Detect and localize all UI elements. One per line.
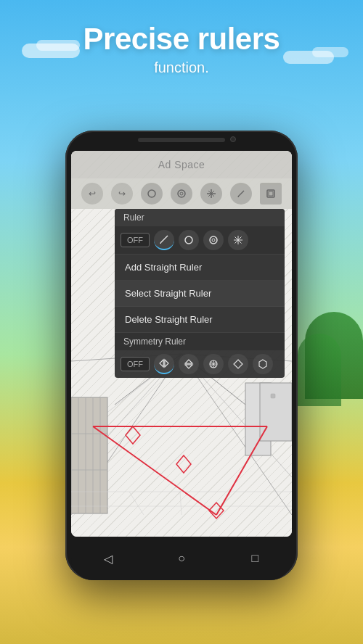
add-straight-ruler-item[interactable]: Add Straight Ruler <box>115 255 285 281</box>
svg-marker-55 <box>165 360 168 367</box>
ad-space-bar: Ad Space <box>71 151 292 178</box>
hex-symmetry-icon[interactable] <box>253 354 273 374</box>
ad-space-text: Ad Space <box>158 159 205 170</box>
svg-rect-18 <box>271 394 275 398</box>
svg-marker-66 <box>259 360 266 368</box>
tree-right-2 <box>298 334 341 406</box>
sub-title: function. <box>0 59 363 76</box>
svg-marker-65 <box>234 360 242 368</box>
title-area: Precise rulers function. <box>0 22 363 76</box>
ruler-icons-row: OFF <box>115 226 285 255</box>
toolbar-btn-4[interactable] <box>171 183 192 205</box>
horizontal-symmetry-icon[interactable] <box>179 354 199 374</box>
svg-point-47 <box>185 236 192 244</box>
svg-rect-44 <box>269 191 273 196</box>
toolbar-btn-3[interactable] <box>141 183 163 205</box>
select-straight-ruler-item[interactable]: Select Straight Ruler <box>115 281 285 307</box>
pencil-ruler-icon[interactable] <box>154 230 174 250</box>
back-button[interactable]: ◁ <box>94 544 123 573</box>
redo-button[interactable]: ↪ <box>111 183 133 205</box>
svg-marker-57 <box>185 360 192 363</box>
pen-button[interactable] <box>230 183 252 205</box>
recent-apps-button[interactable]: □ <box>240 544 269 573</box>
symmetry-icons-row: OFF <box>115 350 285 378</box>
phone-screen: Ad Space ↩ ↪ <box>71 151 292 537</box>
undo-button[interactable]: ↩ <box>81 183 103 205</box>
circle-ruler-icon[interactable] <box>179 230 199 250</box>
phone-device: Ad Space ↩ ↪ <box>65 131 298 580</box>
svg-marker-54 <box>160 360 163 367</box>
svg-rect-17 <box>260 383 292 441</box>
phone-speaker <box>138 138 225 142</box>
svg-line-26 <box>180 492 182 515</box>
phone-camera <box>230 136 236 142</box>
svg-line-45 <box>160 236 168 243</box>
perspective-symmetry-icon[interactable] <box>228 354 248 374</box>
symmetry-section-label: Symmetry Ruler <box>115 333 285 350</box>
svg-point-48 <box>210 236 217 244</box>
radial-symmetry-icon[interactable] <box>203 354 224 374</box>
symmetry-off-button[interactable]: OFF <box>121 357 150 371</box>
svg-line-41 <box>238 191 244 197</box>
svg-line-25 <box>129 492 144 515</box>
svg-rect-8 <box>71 397 107 513</box>
vertical-symmetry-icon[interactable] <box>154 354 174 374</box>
layers-button[interactable] <box>260 183 282 205</box>
toolbar-btn-5[interactable] <box>200 183 222 205</box>
navigation-bar: ◁ ○ □ <box>71 537 292 580</box>
svg-point-35 <box>178 190 185 197</box>
radial-ruler-icon[interactable] <box>228 230 248 250</box>
ruler-section-label: Ruler <box>115 209 285 226</box>
svg-point-49 <box>212 239 215 242</box>
svg-marker-58 <box>185 365 192 368</box>
ruler-off-button[interactable]: OFF <box>121 233 150 247</box>
svg-line-27 <box>216 492 231 515</box>
concentric-ruler-icon[interactable] <box>203 230 224 250</box>
svg-point-36 <box>180 192 183 195</box>
main-title: Precise rulers <box>0 22 363 57</box>
delete-straight-ruler-item[interactable]: Delete Straight Ruler <box>115 307 285 333</box>
ruler-dropdown-menu: Ruler OFF <box>115 209 285 378</box>
svg-point-34 <box>148 190 155 197</box>
home-button[interactable]: ○ <box>167 544 196 573</box>
toolbar[interactable]: ↩ ↪ <box>71 178 292 209</box>
